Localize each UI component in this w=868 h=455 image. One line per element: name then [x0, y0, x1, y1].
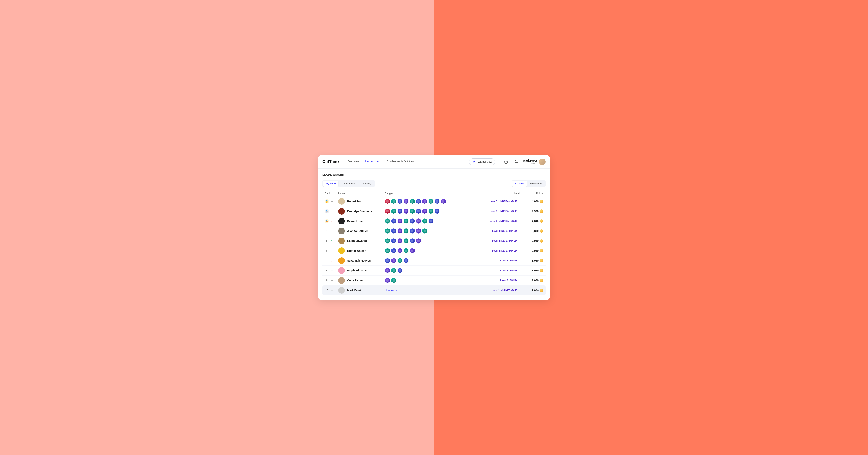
- nav-overview[interactable]: Overview: [345, 158, 361, 165]
- nav-challenges[interactable]: Challenges & Activities: [384, 158, 416, 165]
- trend-icon: —: [331, 289, 334, 292]
- svg-point-0: [473, 161, 475, 162]
- rank-cell: 5↑: [325, 239, 338, 242]
- tab-this-month[interactable]: This month: [527, 181, 545, 187]
- row-name: Robert Fox: [347, 200, 362, 203]
- table-row[interactable]: 10—Mark FrostHow to earnLevel 1: VULNERA…: [322, 285, 546, 295]
- row-avatar: [338, 257, 345, 264]
- level-cell: Level 4: DETERMINED: [481, 230, 520, 232]
- th-points: Points: [520, 192, 543, 195]
- topbar: OutThink Overview Leaderboard Challenges…: [318, 155, 550, 169]
- level-cell: Level 3: SOLID: [481, 279, 520, 282]
- badges-cell: [385, 268, 481, 273]
- points-cell: 4,950: [520, 200, 543, 203]
- badges-cell: [385, 248, 481, 253]
- name-cell: Ralph Edwards: [338, 238, 385, 244]
- badge-icon: [428, 199, 434, 204]
- tab-company[interactable]: Company: [358, 181, 374, 187]
- brand-logo: OutThink: [322, 159, 339, 164]
- user-name: Mark Frost: [523, 159, 537, 162]
- badge-icon: [422, 209, 427, 214]
- badges-cell: [385, 238, 481, 244]
- badge-icon: [397, 199, 403, 204]
- badge-icon: [416, 199, 421, 204]
- table-row[interactable]: 🥇—Robert FoxLevel 5: UNBREAKABLE4,950: [322, 196, 546, 206]
- th-rank: Rank: [325, 192, 338, 195]
- page-title: LEADERBOARD: [322, 173, 546, 176]
- row-avatar: [338, 287, 345, 294]
- badge-icon: [410, 218, 415, 224]
- rank-cell: 🥉↓: [325, 219, 338, 223]
- name-cell: Robert Fox: [338, 198, 385, 205]
- level-cell: Level 1: VULNERABLE: [481, 289, 520, 292]
- rank-cell: 10—: [325, 289, 338, 292]
- name-cell: Brooklyn Simmons: [338, 208, 385, 214]
- how-to-earn-link[interactable]: How to earn: [385, 289, 402, 292]
- table-row[interactable]: 9—Cody FisherLevel 3: SOLID3,050: [322, 276, 546, 285]
- table-row[interactable]: 7↓Savannah NguyenLevel 3: SOLID3,050: [322, 256, 546, 266]
- table-row[interactable]: 🥈↑Brooklyn SimmonsLevel 5: UNBREAKABLE4,…: [322, 206, 546, 216]
- points-cell: 3,050: [520, 269, 543, 272]
- medal-icon: 🥈: [325, 209, 329, 213]
- name-cell: Ralph Edwards: [338, 267, 385, 274]
- badge-icon: [391, 228, 396, 234]
- row-avatar: [338, 277, 345, 284]
- rank-number: 6: [325, 249, 329, 252]
- name-cell: Devon Lane: [338, 218, 385, 224]
- rank-cell: 🥇—: [325, 199, 338, 204]
- tab-my-team[interactable]: My team: [323, 181, 339, 187]
- row-name: Brooklyn Simmons: [347, 210, 372, 213]
- badge-icon: [403, 218, 409, 224]
- badge-icon: [391, 248, 396, 253]
- tab-department[interactable]: Department: [339, 181, 358, 187]
- tab-all-time[interactable]: All time: [512, 181, 527, 187]
- points-value: 3,050: [532, 239, 538, 242]
- row-name: Juanita Cormier: [347, 230, 368, 233]
- main-nav: Overview Leaderboard Challenges & Activi…: [345, 158, 416, 165]
- nav-leaderboard[interactable]: Leaderboard: [363, 158, 383, 165]
- name-cell: Kristin Watson: [338, 247, 385, 254]
- user-role: Admin: [523, 162, 537, 164]
- badge-icon: [403, 258, 409, 263]
- badge-icon: [391, 209, 396, 214]
- trend-icon: ↓: [331, 259, 332, 262]
- badges-cell: [385, 258, 481, 263]
- points-value: 4,900: [532, 210, 538, 213]
- points-value: 3,050: [532, 279, 538, 282]
- medal-icon: 🥉: [325, 219, 329, 223]
- trend-icon: —: [331, 230, 334, 232]
- row-avatar: [338, 238, 345, 244]
- row-name: Mark Frost: [347, 289, 361, 292]
- user-info: Mark Frost Admin: [523, 159, 537, 164]
- rank-number: 7: [325, 259, 329, 262]
- rank-number: 4: [325, 230, 329, 232]
- row-avatar: [338, 228, 345, 234]
- bell-icon[interactable]: [513, 159, 519, 165]
- learner-view-toggle[interactable]: Learner view: [469, 158, 495, 165]
- table-row[interactable]: 6—Kristin WatsonLevel 4: DETERMINED3,050: [322, 246, 546, 256]
- row-name: Savannah Nguyen: [347, 259, 371, 262]
- help-icon[interactable]: [503, 159, 509, 165]
- coin-icon: [540, 210, 543, 213]
- topbar-right: Learner view Mark Frost Admin: [469, 158, 546, 165]
- points-value: 3,050: [532, 249, 538, 252]
- table-row[interactable]: 🥉↓Devon LaneLevel 5: UNBREAKABLE4,840: [322, 216, 546, 226]
- table-row[interactable]: 4—Juanita CormierLevel 4: DETERMINED3,80…: [322, 226, 546, 236]
- level-cell: Level 5: UNBREAKABLE: [481, 210, 520, 213]
- points-value: 4,950: [532, 200, 538, 203]
- trend-icon: —: [331, 249, 334, 252]
- points-value: 2,024: [532, 289, 538, 292]
- row-name: Cody Fisher: [347, 279, 363, 282]
- table-row[interactable]: 5↑Ralph EdwardsLevel 4: DETERMINED3,050: [322, 236, 546, 246]
- level-cell: Level 4: DETERMINED: [481, 240, 520, 242]
- badge-icon: [434, 209, 440, 214]
- rank-cell: 4—: [325, 230, 338, 232]
- group-tabs: My team Department Company: [322, 180, 375, 187]
- badge-icon: [422, 228, 427, 234]
- badge-icon: [416, 218, 421, 224]
- rank-number: 8: [325, 269, 329, 272]
- th-level: Level: [481, 192, 520, 195]
- badge-icon: [422, 199, 427, 204]
- user-menu[interactable]: Mark Frost Admin: [523, 158, 546, 165]
- table-row[interactable]: 8—Ralph EdwardsLevel 3: SOLID3,050: [322, 266, 546, 276]
